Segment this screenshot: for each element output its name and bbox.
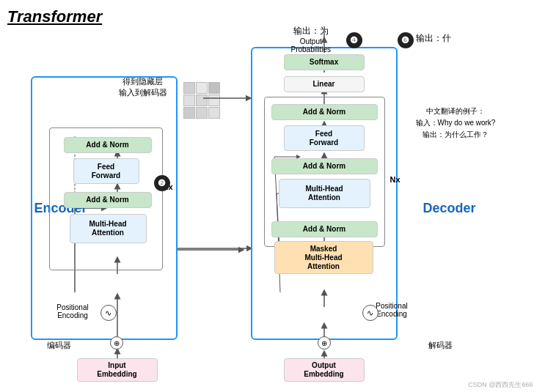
dec-masked-multihead: Masked Multi-Head Attention [274, 241, 373, 274]
page-title: Transformer [7, 7, 538, 26]
output-right-label: 输出：什 [416, 32, 451, 45]
grid-cell [183, 82, 195, 94]
dec-multihead: Multi-Head Attention [279, 179, 370, 208]
badge-6: ❻ [398, 32, 414, 48]
page-container: Transformer [0, 0, 545, 392]
output-top-label: 输出：为 [291, 25, 331, 37]
enc-multihead: Multi-Head Attention [70, 214, 147, 243]
badge-2: ❷ [154, 175, 170, 191]
output-prob-text: OutputProbabilities [291, 37, 331, 53]
grid-to-decoder-arrow [203, 91, 258, 106]
chinese-example: 中文翻译的例子： 输入：Why do we work? 输出：为什么工作？ [416, 106, 496, 141]
decoder-nx: Nx [390, 175, 400, 184]
hidden-layer-label: 得到隐藏层 输入到解码器 [119, 76, 167, 99]
enc-plus-symbol: ⊕ [110, 336, 123, 350]
enc-wavy-symbol: ∿ [100, 305, 117, 321]
enc-addnorm1: Add & Norm [64, 137, 152, 153]
grid-cell [208, 107, 220, 119]
grid-cell [196, 107, 208, 119]
output-prob-label: 输出：为 OutputProbabilities [291, 25, 331, 53]
encoder-chinese: 编码器 [47, 340, 71, 351]
dec-softmax: Softmax [284, 54, 365, 70]
dec-addnorm1: Add & Norm [271, 104, 378, 120]
dec-output-embed: Output Embedding [284, 358, 365, 382]
enc-positional-label: Positional Encoding [49, 303, 97, 319]
enc-feedforward: Feed Forward [73, 158, 139, 184]
dec-plus-symbol: ⊕ [318, 336, 331, 350]
watermark: CSDN @西西先生666 [468, 380, 533, 390]
dec-feedforward: Feed Forward [284, 125, 365, 151]
badge-4: ❹ [346, 32, 362, 48]
grid-cell [183, 107, 195, 119]
enc-dec-arrow [178, 245, 251, 256]
dec-addnorm3: Add & Norm [271, 221, 378, 237]
dec-linear: Linear [284, 76, 365, 92]
dec-addnorm2: Add & Norm [271, 158, 378, 174]
diagram-area: Encoder 编码器 Add & Norm Feed Forward Add … [9, 32, 537, 391]
dec-wavy-symbol: ∿ [362, 305, 378, 321]
decoder-label: Decoder [423, 201, 476, 216]
grid-cell [183, 95, 195, 106]
decoder-chinese: 解码器 [428, 340, 453, 351]
enc-addnorm2: Add & Norm [64, 192, 152, 208]
enc-input-embed: Input Embedding [77, 358, 158, 382]
